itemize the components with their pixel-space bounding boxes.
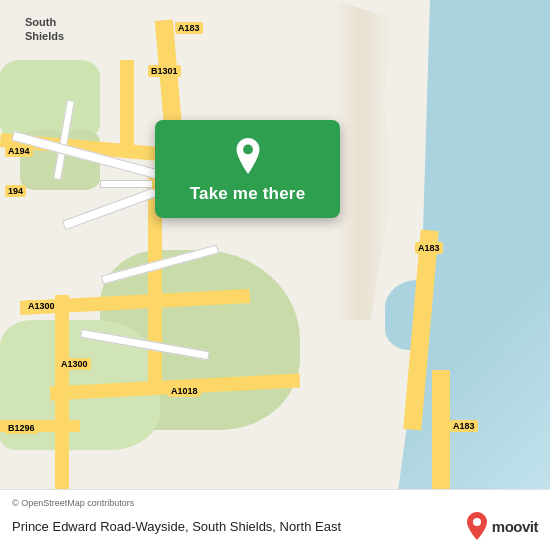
location-pin-icon bbox=[230, 138, 266, 174]
green-area-3 bbox=[0, 60, 100, 140]
location-text: Prince Edward Road-Wayside, South Shield… bbox=[12, 519, 466, 534]
attribution-text: © OpenStreetMap contributors bbox=[12, 498, 538, 508]
road-label-a183-bottom: A183 bbox=[450, 420, 478, 432]
road-label-a183-right: A183 bbox=[415, 242, 443, 254]
svg-point-0 bbox=[243, 145, 253, 155]
take-me-there-popup[interactable]: Take me there bbox=[155, 120, 340, 218]
road-label-b1296: B1296 bbox=[5, 422, 38, 434]
road-a1300-v bbox=[55, 295, 69, 495]
minor-road-2 bbox=[100, 180, 160, 188]
moovit-logo: moovit bbox=[466, 512, 538, 540]
place-label-south-shields: SouthShields bbox=[25, 15, 64, 44]
location-row: Prince Edward Road-Wayside, South Shield… bbox=[12, 512, 538, 540]
road-label-a183-top: A183 bbox=[175, 22, 203, 34]
moovit-pin-icon bbox=[466, 512, 488, 540]
bottom-bar: © OpenStreetMap contributors Prince Edwa… bbox=[0, 489, 550, 550]
take-me-there-label: Take me there bbox=[190, 184, 306, 204]
road-label-a194: A194 bbox=[5, 145, 33, 157]
road-b1301 bbox=[120, 60, 134, 150]
road-label-a1300-bottom: A1300 bbox=[58, 358, 91, 370]
moovit-brand-text: moovit bbox=[492, 518, 538, 535]
svg-point-1 bbox=[473, 518, 481, 526]
map-container: B1301A194A1018194A1300A1300A1018B1296A18… bbox=[0, 0, 550, 550]
road-label-a1300-left: A1300 bbox=[25, 300, 58, 312]
road-label-194: 194 bbox=[5, 185, 26, 197]
road-label-a1018-bottom: A1018 bbox=[168, 385, 201, 397]
road-a183-bottom bbox=[432, 370, 450, 490]
road-label-b1301: B1301 bbox=[148, 65, 181, 77]
